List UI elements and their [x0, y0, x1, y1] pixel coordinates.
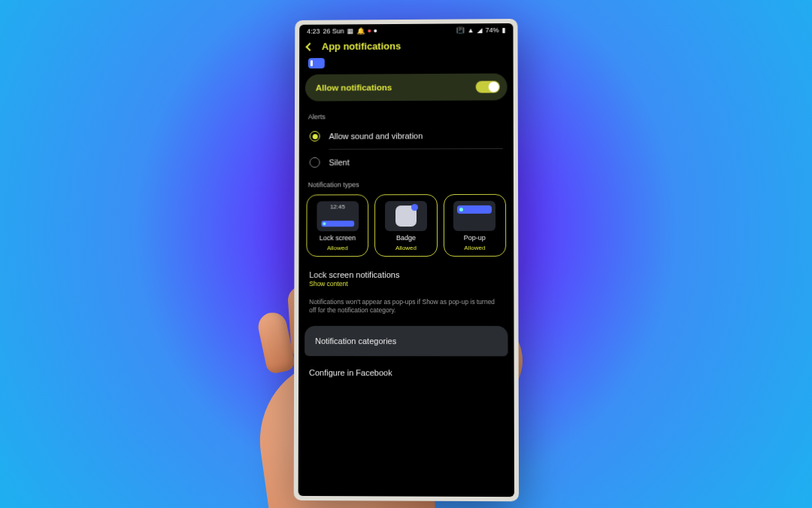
- popup-info-text: Notifications won't appear as pop-ups if…: [298, 294, 514, 323]
- radio-unselected-icon[interactable]: [310, 157, 320, 168]
- type-popup-title: Pop-up: [464, 234, 486, 242]
- notification-categories-label: Notification categories: [315, 336, 396, 345]
- allow-notifications-label: Allow notifications: [316, 83, 392, 92]
- alert-silent-label: Silent: [329, 158, 349, 167]
- vibrate-icon: 📳: [456, 26, 465, 34]
- app-icon-chip: [308, 58, 325, 68]
- gallery-icon: ▦: [347, 27, 354, 35]
- lockscreen-notifications-title: Lock screen notifications: [309, 270, 503, 279]
- recording-dot-icon: [368, 29, 371, 32]
- back-icon[interactable]: [305, 42, 314, 50]
- allow-notifications-toggle[interactable]: [476, 81, 500, 93]
- type-lockscreen-status: Allowed: [327, 245, 348, 251]
- types-section-label: Notification types: [299, 175, 514, 192]
- type-popup-status: Allowed: [464, 245, 485, 251]
- alerts-section-label: Alerts: [299, 106, 514, 123]
- bell-icon: 🔔: [357, 27, 365, 35]
- screen-header: App notifications: [299, 35, 513, 58]
- lockscreen-preview-time: 12:45: [317, 201, 359, 210]
- battery-icon: ▮: [502, 26, 506, 34]
- status-time: 4:23: [307, 28, 320, 35]
- wifi-icon: ▲: [468, 26, 474, 34]
- type-popup-card[interactable]: Pop-up Allowed: [444, 194, 507, 257]
- radio-selected-icon[interactable]: [310, 131, 320, 141]
- type-badge-status: Allowed: [395, 245, 417, 251]
- alert-silent-row[interactable]: Silent: [299, 149, 514, 175]
- allow-notifications-row[interactable]: Allow notifications: [305, 73, 508, 101]
- type-lockscreen-card[interactable]: 12:45 Lock screen Allowed: [306, 194, 368, 257]
- notification-types-row: 12:45 Lock screen Allowed Badge Allowed …: [298, 191, 514, 263]
- alert-sound-row[interactable]: Allow sound and vibration: [299, 123, 514, 149]
- phone-frame: 4:23 26 Sun ▦ 🔔 📳 ▲ ◢ 74% ▮ App notifica…: [294, 19, 519, 501]
- type-badge-card[interactable]: Badge Allowed: [374, 194, 437, 257]
- page-title: App notifications: [322, 41, 401, 52]
- signal-icon: ◢: [477, 26, 483, 34]
- lockscreen-notifications-row[interactable]: Lock screen notifications Show content: [298, 263, 514, 294]
- alert-sound-label: Allow sound and vibration: [329, 132, 423, 141]
- configure-in-app-row[interactable]: Configure in Facebook: [298, 359, 514, 387]
- battery-percent: 74%: [486, 26, 499, 34]
- more-dot-icon: [374, 29, 377, 32]
- badge-preview-icon: [385, 201, 427, 231]
- phone-screen: 4:23 26 Sun ▦ 🔔 📳 ▲ ◢ 74% ▮ App notifica…: [298, 23, 514, 497]
- lockscreen-notifications-sub: Show content: [309, 280, 503, 287]
- configure-in-app-label: Configure in Facebook: [309, 368, 392, 377]
- status-date: 26 Sun: [323, 27, 344, 35]
- status-bar: 4:23 26 Sun ▦ 🔔 📳 ▲ ◢ 74% ▮: [299, 23, 513, 37]
- popup-preview-icon: [453, 201, 495, 231]
- type-badge-title: Badge: [396, 234, 416, 242]
- lockscreen-preview-icon: 12:45: [317, 201, 359, 231]
- type-lockscreen-title: Lock screen: [320, 234, 356, 242]
- notification-categories-row[interactable]: Notification categories: [304, 326, 508, 356]
